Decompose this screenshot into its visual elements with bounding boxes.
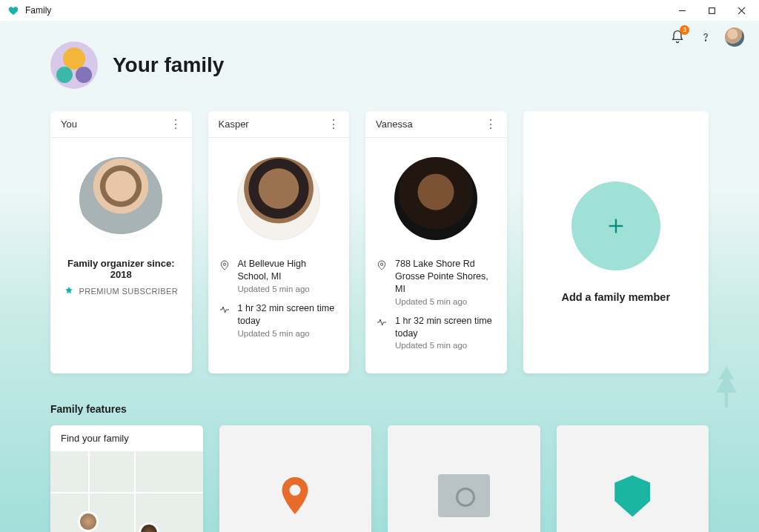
window-maximize-button[interactable] — [697, 0, 726, 21]
feature-safety[interactable] — [388, 425, 540, 532]
feature-find-family[interactable]: Find your family — [50, 425, 203, 532]
member-card-kasper[interactable]: Kasper ⋮ At Bellevue High School, MI Upd… — [208, 111, 350, 373]
add-icon-circle — [571, 182, 660, 270]
member-name: Vanessa — [376, 119, 413, 130]
member-name: You — [61, 119, 77, 130]
organizer-since: Family organizer since: 2018 — [61, 258, 182, 280]
profile-avatar[interactable] — [725, 27, 744, 47]
svg-point-5 — [223, 263, 225, 265]
help-button[interactable] — [697, 28, 715, 46]
family-logo — [50, 41, 98, 89]
features-heading: Family features — [50, 403, 709, 415]
activity-icon — [376, 316, 388, 328]
screentime-updated: Updated 5 min ago — [238, 329, 339, 338]
family-members-row: You ⋮ Family organizer since: 2018 PREMI… — [50, 111, 709, 373]
member-name: Kasper — [219, 119, 249, 130]
svg-rect-1 — [709, 7, 715, 13]
add-family-member-card[interactable]: Add a family member — [523, 111, 709, 373]
member-avatar — [79, 157, 162, 240]
app-title: Family — [25, 5, 51, 16]
svg-point-4 — [705, 40, 706, 41]
premium-label: PREMIUM SUBSCRIBER — [79, 287, 178, 296]
map-pin-icon — [78, 511, 99, 532]
svg-point-6 — [380, 263, 382, 265]
add-member-label: Add a family member — [561, 291, 670, 303]
member-card-you[interactable]: You ⋮ Family organizer since: 2018 PREMI… — [50, 111, 192, 373]
svg-rect-9 — [725, 393, 728, 408]
activity-icon — [219, 304, 231, 316]
feature-protection[interactable] — [557, 425, 709, 532]
location-updated: Updated 5 min ago — [238, 285, 339, 293]
window-minimize-button[interactable] — [667, 0, 697, 21]
screentime-text: 1 hr 32 min screen time today — [238, 302, 339, 327]
notifications-button[interactable]: 3 — [669, 28, 686, 46]
map-marker-icon — [273, 473, 317, 518]
premium-badge: PREMIUM SUBSCRIBER — [64, 286, 178, 296]
member-avatar — [237, 157, 320, 240]
notification-badge: 3 — [680, 25, 689, 35]
member-card-vanessa[interactable]: Vanessa ⋮ 788 Lake Shore Rd Grosse Point… — [365, 111, 507, 373]
location-text: At Bellevue High School, MI — [238, 258, 339, 283]
location-icon — [219, 259, 231, 271]
feature-location[interactable] — [219, 425, 372, 532]
protection-illustration — [557, 425, 709, 532]
window-close-button[interactable] — [726, 0, 756, 21]
feature-title: Find your family — [50, 425, 203, 451]
map-illustration — [50, 451, 203, 532]
shield-icon — [614, 475, 650, 516]
tree-decoration — [712, 366, 741, 413]
safe-icon — [438, 474, 490, 517]
page-header: Your family — [50, 41, 709, 89]
screentime-updated: Updated 5 min ago — [395, 341, 497, 350]
member-avatar — [394, 157, 477, 240]
location-text: 788 Lake Shore Rd — [395, 258, 497, 270]
safety-illustration — [388, 425, 540, 532]
location-updated: Updated 5 min ago — [395, 297, 497, 306]
plus-icon — [606, 216, 626, 236]
location-icon — [376, 259, 388, 271]
map-pin-icon — [139, 522, 159, 532]
app-icon — [7, 4, 19, 16]
location-illustration — [219, 425, 372, 532]
screentime-text: 1 hr 32 min screen time today — [395, 315, 497, 340]
location-text-2: Grosse Pointe Shores, MI — [395, 270, 497, 296]
page-title: Your family — [113, 53, 224, 77]
feature-cards-row: Find your family — [50, 425, 709, 532]
window-titlebar: Family — [0, 0, 759, 21]
